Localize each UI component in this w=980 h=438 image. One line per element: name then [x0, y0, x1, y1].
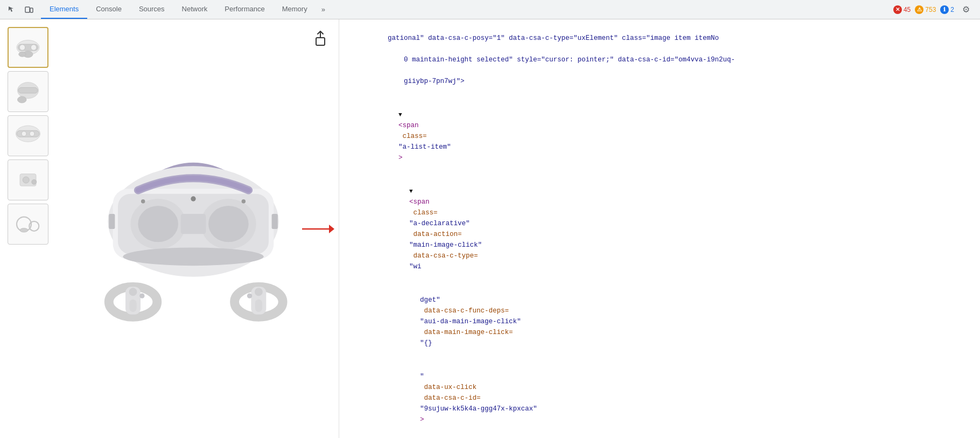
tab-elements[interactable]: Elements	[41, 0, 87, 19]
attr-value-dget: dget"	[420, 296, 440, 304]
main-product-image	[53, 25, 333, 433]
attr-value-img-click: "{}	[420, 339, 432, 347]
svg-rect-9	[18, 88, 38, 94]
svg-point-35	[191, 196, 195, 201]
elements-panel: gational" data-csa-c-posy="1" data-csa-c…	[339, 19, 980, 438]
error-count: 45	[904, 6, 911, 13]
svg-rect-12	[17, 130, 39, 137]
tab-memory[interactable]: Memory	[274, 0, 316, 19]
tag-span: <span	[398, 122, 419, 129]
tag-close-2: >	[420, 416, 424, 423]
warning-count-badge[interactable]: ⚠ 753	[915, 5, 936, 14]
svg-rect-45	[255, 299, 262, 311]
info-count: 2	[950, 6, 954, 13]
info-circle-icon: ℹ	[940, 5, 949, 14]
svg-rect-29	[180, 214, 206, 234]
devtools-toolbar: Elements Console Sources Network Perform…	[0, 0, 980, 19]
error-count-badge[interactable]: ✕ 45	[893, 5, 911, 14]
inspect-element-icon[interactable]	[4, 2, 19, 17]
code-line-span-dec[interactable]: ▼ <span class= "a-declarative" data-acti…	[339, 175, 980, 283]
attr-value-empty: "	[420, 373, 424, 380]
svg-rect-0	[25, 7, 30, 12]
svg-point-39	[139, 293, 144, 298]
product-main-area	[0, 19, 339, 438]
code-line-gational[interactable]: gational" data-csa-c-posy="1" data-csa-c…	[339, 22, 980, 98]
svg-point-13	[22, 131, 26, 136]
attr-main-img: data-main-image-click=	[420, 329, 513, 336]
attr-value-dec: "a-declarative"	[409, 220, 470, 227]
svg-point-5	[31, 45, 37, 51]
attr-value-type: "wi	[409, 263, 422, 270]
thumbnail-list	[5, 25, 53, 433]
attr-value-id: "9sujuw-kk5k4a-ggg47x-kpxcax"	[420, 405, 537, 413]
svg-point-38	[129, 288, 137, 296]
code-line-dec-2[interactable]: dget" data-csa-c-func-deps= "aui-da-main…	[339, 283, 980, 360]
svg-point-33	[141, 199, 144, 203]
elements-code-panel[interactable]: gational" data-csa-c-posy="1" data-csa-c…	[339, 19, 980, 438]
code-text-2: 0 maintain-height selected" style="curso…	[388, 56, 735, 64]
svg-marker-47	[329, 225, 334, 233]
main-content: gational" data-csa-c-posy="1" data-csa-c…	[0, 19, 980, 438]
tag-span-2: <span	[409, 198, 430, 206]
more-tabs-button[interactable]: »	[316, 0, 331, 19]
triangle-icon: ▼	[398, 112, 402, 118]
tab-performance[interactable]: Performance	[216, 0, 273, 19]
info-count-badge[interactable]: ℹ 2	[940, 5, 954, 14]
devtools-icon-group	[0, 2, 41, 17]
attr-func-deps: data-csa-c-func-deps=	[420, 307, 509, 315]
svg-rect-21	[316, 38, 325, 45]
svg-point-44	[247, 293, 251, 298]
attr-value-func: "aui-da-main-image-click"	[420, 318, 521, 325]
svg-rect-31	[109, 214, 115, 229]
code-text-3: giiybp-7pn7wj">	[388, 78, 465, 85]
thumbnail-item-5[interactable]	[8, 204, 48, 245]
share-button[interactable]	[313, 30, 328, 51]
svg-rect-32	[271, 214, 277, 229]
warning-count: 753	[925, 6, 936, 13]
devtools-tab-list: Elements Console Sources Network Perform…	[41, 0, 331, 19]
vr-headset-image	[64, 116, 323, 342]
svg-point-17	[32, 179, 37, 184]
attr-action: data-action=	[409, 231, 462, 238]
attr-value-list: "a-list-item"	[398, 143, 451, 151]
attr-class-2: class=	[409, 209, 438, 217]
svg-point-10	[18, 96, 27, 103]
code-line-span-list[interactable]: ▼ <span class= "a-list-item" >	[339, 98, 980, 175]
red-arrow-connector	[302, 218, 334, 240]
device-toolbar-icon[interactable]	[22, 2, 37, 17]
warning-circle-icon: ⚠	[915, 5, 923, 14]
error-circle-icon: ✕	[893, 5, 902, 14]
svg-point-4	[19, 45, 25, 51]
product-panel	[0, 19, 339, 438]
thumbnail-item-3[interactable]	[8, 115, 48, 156]
settings-icon[interactable]: ⚙	[958, 2, 974, 17]
svg-rect-40	[129, 299, 136, 311]
triangle-icon-2: ▼	[409, 188, 413, 194]
thumbnail-item-4[interactable]	[8, 159, 48, 200]
attr-value-action: "main-image-click"	[409, 241, 482, 249]
attr-ux-click: data-ux-click	[420, 384, 477, 391]
svg-rect-1	[30, 8, 33, 12]
thumbnail-item-1[interactable]	[8, 27, 48, 68]
svg-point-16	[23, 177, 29, 183]
attr-csa-type: data-csa-c-type=	[409, 252, 478, 260]
svg-point-20	[20, 228, 28, 233]
svg-point-43	[254, 288, 262, 296]
tab-network[interactable]: Network	[173, 0, 216, 19]
tab-console[interactable]: Console	[87, 0, 130, 19]
attr-csa-id: data-csa-c-id=	[420, 394, 481, 402]
svg-point-34	[241, 199, 245, 203]
svg-point-7	[19, 52, 26, 57]
code-line-dec-3[interactable]: " data-ux-click data-csa-c-id= "9sujuw-k…	[339, 360, 980, 436]
code-text: gational" data-csa-c-posy="1" data-csa-c…	[388, 34, 719, 42]
tab-sources[interactable]: Sources	[130, 0, 173, 19]
svg-point-30	[123, 247, 263, 266]
thumbnail-item-2[interactable]	[8, 71, 48, 112]
error-badges: ✕ 45 ⚠ 753 ℹ 2 ⚙	[893, 2, 980, 17]
svg-point-28	[208, 206, 249, 242]
svg-point-14	[30, 131, 34, 136]
attr-class: class=	[398, 133, 427, 140]
tag-close: >	[398, 154, 403, 162]
svg-point-27	[138, 206, 178, 242]
